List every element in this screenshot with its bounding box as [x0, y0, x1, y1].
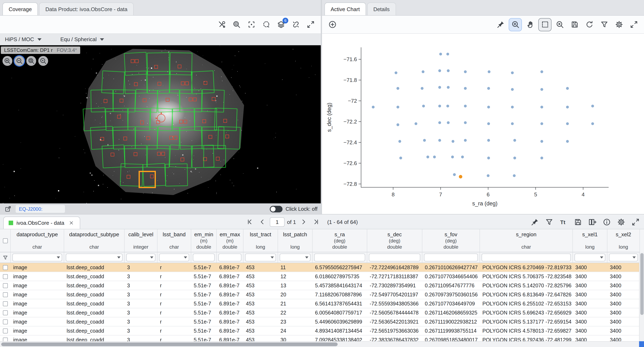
filter-select-s_xel1[interactable]	[574, 254, 605, 261]
add-chart-icon[interactable]	[326, 18, 338, 31]
zoom-in-icon[interactable]	[509, 18, 522, 31]
zoom-fill-icon[interactable]	[38, 56, 48, 66]
row-checkbox[interactable]	[0, 265, 11, 270]
expand-icon[interactable]	[304, 18, 317, 31]
column-unit: (deg)	[423, 238, 479, 244]
filter-select-lsst_tract[interactable]	[245, 254, 276, 261]
filter-select-dataproduct_subtype[interactable]	[66, 254, 122, 261]
hips-moc-dropdown[interactable]: HiPS / MOC	[5, 36, 42, 42]
save-icon[interactable]	[572, 216, 584, 228]
filter-input-s_fov[interactable]	[424, 254, 478, 261]
column-header-s_region[interactable]: s_region char	[480, 229, 573, 252]
table-row[interactable]: imagelsst.deep_coadd3r5.51e-76.891e-7453…	[0, 326, 644, 335]
row-checkbox[interactable]	[0, 283, 11, 288]
column-header-s_ra[interactable]: s_ra(deg)double	[312, 229, 367, 252]
zoom-out-icon[interactable]	[14, 56, 24, 66]
column-header-em_max[interactable]: em_max(m)double	[217, 229, 244, 252]
filter-icon[interactable]	[543, 216, 555, 228]
rect-select-icon[interactable]	[539, 18, 551, 31]
rotate-icon[interactable]	[583, 18, 596, 31]
row-checkbox[interactable]	[0, 274, 11, 279]
column-header-lsst_tract[interactable]: lsst_tract long	[244, 229, 278, 252]
next-page-icon[interactable]	[298, 217, 308, 227]
vertical-scrollbar[interactable]	[639, 252, 644, 341]
filter-input-em_min[interactable]	[193, 254, 215, 261]
table-title-tab[interactable]: ivoa.ObsCore - data	[3, 216, 80, 229]
filter-select-s_xel2[interactable]	[609, 254, 638, 261]
region-search-icon[interactable]	[230, 18, 243, 31]
column-header-s_xel2[interactable]: s_xel2 long	[608, 229, 640, 252]
last-page-icon[interactable]	[311, 217, 320, 227]
column-header-s_xel1[interactable]: s_xel1 long	[573, 229, 608, 252]
horizontal-scrollbar[interactable]	[0, 341, 639, 347]
click-lock-toggle[interactable]	[270, 206, 283, 212]
row-checkbox[interactable]	[0, 328, 11, 333]
filter-input-s_ra[interactable]	[314, 254, 365, 261]
filter-select-calib_level[interactable]	[126, 254, 156, 261]
gear-icon[interactable]	[613, 18, 625, 31]
coord-system-dropdown[interactable]: Equ / Spherical	[60, 36, 104, 42]
column-header-lsst_patch[interactable]: lsst_patch long	[278, 229, 312, 252]
row-checkbox[interactable]	[0, 292, 11, 297]
filter-input-em_max[interactable]	[218, 254, 242, 261]
save-icon[interactable]	[568, 18, 581, 31]
select-all-checkbox[interactable]	[0, 229, 11, 252]
filter-select-lsst_patch[interactable]	[280, 254, 310, 261]
lasso-icon[interactable]	[260, 18, 272, 31]
row-checkbox[interactable]	[0, 310, 11, 315]
cell-s_xel1: 3400	[573, 301, 608, 306]
open-external-icon[interactable]	[3, 204, 12, 213]
close-icon[interactable]	[68, 219, 75, 227]
recenter-icon[interactable]	[245, 18, 258, 31]
expand-icon[interactable]	[628, 18, 640, 31]
column-header-dataproduct_type[interactable]: dataproduct_type char	[11, 229, 64, 252]
first-page-icon[interactable]	[245, 217, 255, 227]
sky-image-canvas[interactable]: LSSTComCam: DP1 r FOV:3.4°	[0, 45, 321, 203]
filter-icon[interactable]	[598, 18, 610, 31]
column-header-s_dec[interactable]: s_dec(deg)double	[367, 229, 422, 252]
filter-select-lsst_band[interactable]	[159, 254, 189, 261]
filter-input-s_dec[interactable]	[369, 254, 420, 261]
table-row[interactable]: imagelsst.deep_coadd3r5.51e-76.891e-7453…	[0, 281, 644, 290]
filter-input-s_region[interactable]	[482, 254, 571, 261]
tab-coverage[interactable]: Coverage	[2, 3, 38, 15]
tab-data-product-ivoa-obscore-data[interactable]: Data Product: ivoa.ObsCore - data	[39, 3, 134, 15]
layers-icon[interactable]: 6	[275, 18, 287, 31]
info-icon[interactable]	[600, 216, 613, 228]
filter-funnel-icon[interactable]	[0, 252, 11, 263]
column-header-s_fov[interactable]: s_fov(deg)double	[422, 229, 480, 252]
table-row[interactable]: imagelsst.deep_coadd3r5.51e-76.891e-7453…	[0, 317, 644, 326]
page-number-input[interactable]	[270, 217, 284, 227]
tab-active-chart[interactable]: Active Chart	[324, 3, 366, 15]
expand-icon[interactable]	[629, 216, 642, 228]
table-row[interactable]: imagelsst.deep_coadd3r5.51e-76.891e-7453…	[0, 272, 644, 281]
gear-icon[interactable]	[615, 216, 627, 228]
table-row[interactable]: imagelsst.deep_coadd3r5.51e-76.891e-7453…	[0, 290, 644, 299]
row-checkbox[interactable]	[0, 301, 11, 306]
column-header-lsst_band[interactable]: lsst_band char	[158, 229, 191, 252]
tools-icon[interactable]	[216, 18, 228, 31]
prev-page-icon[interactable]	[258, 217, 267, 227]
table-row[interactable]: imagelsst.deep_coadd3r5.51e-76.891e-7453…	[0, 299, 644, 308]
pin-icon[interactable]	[528, 216, 541, 228]
column-header-dataproduct_subtype[interactable]: dataproduct_subtype char	[64, 229, 124, 252]
pin-icon[interactable]	[494, 18, 507, 31]
zoom-fit-icon[interactable]	[26, 56, 36, 66]
tab-details[interactable]: Details	[367, 3, 396, 15]
unlink-icon[interactable]	[290, 18, 302, 31]
detection-marker	[225, 135, 229, 138]
row-checkbox[interactable]	[0, 319, 11, 324]
scatter-chart[interactable]: 87654−71.6−71.8−72−72.2−72.4−72.6−72.8s_…	[322, 34, 644, 214]
column-header-calib_level[interactable]: calib_level integer	[124, 229, 158, 252]
zoom-x-icon[interactable]	[554, 18, 566, 31]
column-header-em_min[interactable]: em_min(m)double	[191, 229, 217, 252]
table-row[interactable]: imagelsst.deep_coadd3r5.51e-76.891e-7453…	[0, 308, 644, 317]
pagination: of 1 (1 - 64 of 64)	[245, 214, 358, 229]
pan-hand-icon[interactable]	[524, 18, 536, 31]
filter-select-dataproduct_type[interactable]	[12, 254, 62, 261]
table-row[interactable]: imagelsst.deep_coadd3r5.51e-76.891e-7453…	[0, 263, 644, 272]
add-column-icon[interactable]	[586, 216, 598, 228]
zoom-in-icon[interactable]	[2, 56, 12, 66]
resize-grip[interactable]	[639, 341, 644, 347]
text-view-icon[interactable]: Tt	[557, 216, 570, 228]
